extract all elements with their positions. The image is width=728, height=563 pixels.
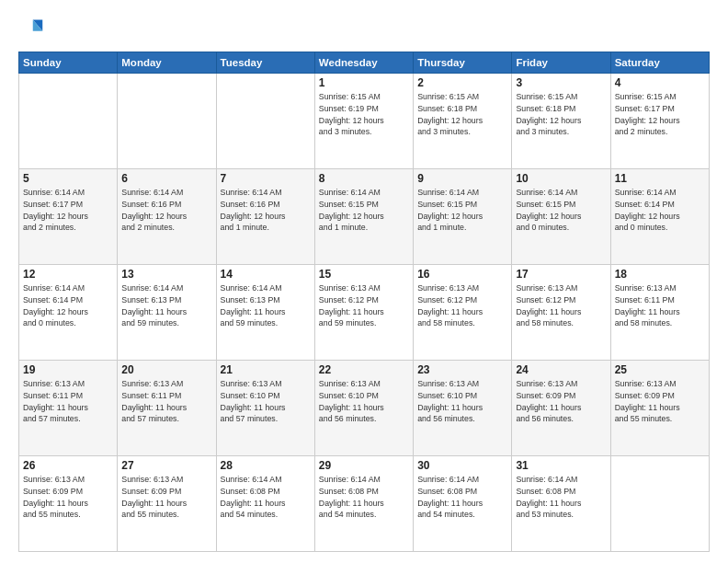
day-cell: 17Sunrise: 6:13 AMSunset: 6:12 PMDayligh… xyxy=(512,265,610,361)
day-cell: 12Sunrise: 6:14 AMSunset: 6:14 PMDayligh… xyxy=(19,265,118,361)
logo xyxy=(18,17,48,42)
day-info: Sunrise: 6:15 AMSunset: 6:19 PMDaylight:… xyxy=(319,91,409,138)
day-number: 29 xyxy=(319,459,409,472)
day-info: Sunrise: 6:14 AMSunset: 6:16 PMDaylight:… xyxy=(221,187,311,234)
day-info: Sunrise: 6:15 AMSunset: 6:18 PMDaylight:… xyxy=(417,91,507,138)
day-number: 18 xyxy=(615,268,705,281)
day-cell: 30Sunrise: 6:14 AMSunset: 6:08 PMDayligh… xyxy=(414,456,512,552)
weekday-header-friday: Friday xyxy=(512,52,610,74)
day-cell: 26Sunrise: 6:13 AMSunset: 6:09 PMDayligh… xyxy=(19,456,118,552)
day-number: 17 xyxy=(516,268,606,281)
day-info: Sunrise: 6:13 AMSunset: 6:12 PMDaylight:… xyxy=(417,282,507,329)
day-number: 24 xyxy=(516,363,606,376)
day-info: Sunrise: 6:14 AMSunset: 6:08 PMDaylight:… xyxy=(221,474,311,521)
day-info: Sunrise: 6:13 AMSunset: 6:10 PMDaylight:… xyxy=(319,378,409,425)
day-number: 21 xyxy=(221,363,311,376)
weekday-header-wednesday: Wednesday xyxy=(314,52,413,74)
day-cell: 29Sunrise: 6:14 AMSunset: 6:08 PMDayligh… xyxy=(314,456,413,552)
day-number: 15 xyxy=(319,268,409,281)
day-info: Sunrise: 6:14 AMSunset: 6:14 PMDaylight:… xyxy=(615,187,705,234)
day-info: Sunrise: 6:14 AMSunset: 6:14 PMDaylight:… xyxy=(23,282,113,329)
day-number: 16 xyxy=(417,268,507,281)
day-info: Sunrise: 6:14 AMSunset: 6:13 PMDaylight:… xyxy=(121,282,211,329)
day-info: Sunrise: 6:15 AMSunset: 6:18 PMDaylight:… xyxy=(516,91,606,138)
day-cell: 3Sunrise: 6:15 AMSunset: 6:18 PMDaylight… xyxy=(512,74,610,169)
day-cell: 31Sunrise: 6:14 AMSunset: 6:08 PMDayligh… xyxy=(512,456,610,552)
day-info: Sunrise: 6:13 AMSunset: 6:11 PMDaylight:… xyxy=(23,378,113,425)
day-number: 11 xyxy=(615,172,705,185)
day-info: Sunrise: 6:15 AMSunset: 6:17 PMDaylight:… xyxy=(615,91,705,138)
day-cell: 14Sunrise: 6:14 AMSunset: 6:13 PMDayligh… xyxy=(216,265,314,361)
day-number: 31 xyxy=(516,459,606,472)
day-number: 30 xyxy=(417,459,507,472)
day-info: Sunrise: 6:13 AMSunset: 6:09 PMDaylight:… xyxy=(23,474,113,521)
day-info: Sunrise: 6:13 AMSunset: 6:09 PMDaylight:… xyxy=(121,474,211,521)
day-cell: 1Sunrise: 6:15 AMSunset: 6:19 PMDaylight… xyxy=(314,74,413,169)
day-info: Sunrise: 6:13 AMSunset: 6:11 PMDaylight:… xyxy=(121,378,211,425)
day-cell xyxy=(19,74,118,169)
day-cell: 18Sunrise: 6:13 AMSunset: 6:11 PMDayligh… xyxy=(610,265,709,361)
day-number: 3 xyxy=(516,76,606,89)
day-number: 14 xyxy=(221,268,311,281)
day-cell: 7Sunrise: 6:14 AMSunset: 6:16 PMDaylight… xyxy=(216,169,314,265)
day-cell: 21Sunrise: 6:13 AMSunset: 6:10 PMDayligh… xyxy=(216,361,314,456)
day-info: Sunrise: 6:13 AMSunset: 6:12 PMDaylight:… xyxy=(516,282,606,329)
day-info: Sunrise: 6:14 AMSunset: 6:15 PMDaylight:… xyxy=(319,187,409,234)
day-number: 22 xyxy=(319,363,409,376)
day-cell: 5Sunrise: 6:14 AMSunset: 6:17 PMDaylight… xyxy=(19,169,118,265)
day-number: 5 xyxy=(23,172,113,185)
day-info: Sunrise: 6:13 AMSunset: 6:09 PMDaylight:… xyxy=(615,378,705,425)
day-cell: 15Sunrise: 6:13 AMSunset: 6:12 PMDayligh… xyxy=(314,265,413,361)
day-cell: 13Sunrise: 6:14 AMSunset: 6:13 PMDayligh… xyxy=(118,265,216,361)
week-row-3: 12Sunrise: 6:14 AMSunset: 6:14 PMDayligh… xyxy=(19,265,710,361)
day-cell: 20Sunrise: 6:13 AMSunset: 6:11 PMDayligh… xyxy=(118,361,216,456)
day-cell: 22Sunrise: 6:13 AMSunset: 6:10 PMDayligh… xyxy=(314,361,413,456)
day-number: 2 xyxy=(417,76,507,89)
day-cell: 2Sunrise: 6:15 AMSunset: 6:18 PMDaylight… xyxy=(414,74,512,169)
day-info: Sunrise: 6:14 AMSunset: 6:17 PMDaylight:… xyxy=(23,187,113,234)
day-cell: 8Sunrise: 6:14 AMSunset: 6:15 PMDaylight… xyxy=(314,169,413,265)
day-cell: 4Sunrise: 6:15 AMSunset: 6:17 PMDaylight… xyxy=(610,74,709,169)
day-number: 8 xyxy=(319,172,409,185)
day-cell: 25Sunrise: 6:13 AMSunset: 6:09 PMDayligh… xyxy=(610,361,709,456)
day-info: Sunrise: 6:14 AMSunset: 6:08 PMDaylight:… xyxy=(319,474,409,521)
generalblue-icon xyxy=(18,17,44,42)
day-number: 26 xyxy=(23,459,113,472)
weekday-header-row: SundayMondayTuesdayWednesdayThursdayFrid… xyxy=(19,52,710,74)
day-number: 28 xyxy=(221,459,311,472)
page: SundayMondayTuesdayWednesdayThursdayFrid… xyxy=(0,0,728,563)
day-info: Sunrise: 6:14 AMSunset: 6:08 PMDaylight:… xyxy=(417,474,507,521)
day-number: 6 xyxy=(121,172,211,185)
day-info: Sunrise: 6:13 AMSunset: 6:09 PMDaylight:… xyxy=(516,378,606,425)
day-cell: 23Sunrise: 6:13 AMSunset: 6:10 PMDayligh… xyxy=(414,361,512,456)
week-row-5: 26Sunrise: 6:13 AMSunset: 6:09 PMDayligh… xyxy=(19,456,710,552)
weekday-header-tuesday: Tuesday xyxy=(216,52,314,74)
week-row-4: 19Sunrise: 6:13 AMSunset: 6:11 PMDayligh… xyxy=(19,361,710,456)
day-info: Sunrise: 6:13 AMSunset: 6:10 PMDaylight:… xyxy=(221,378,311,425)
weekday-header-thursday: Thursday xyxy=(414,52,512,74)
day-cell xyxy=(118,74,216,169)
day-info: Sunrise: 6:13 AMSunset: 6:11 PMDaylight:… xyxy=(615,282,705,329)
day-number: 19 xyxy=(23,363,113,376)
day-number: 9 xyxy=(417,172,507,185)
day-cell: 9Sunrise: 6:14 AMSunset: 6:15 PMDaylight… xyxy=(414,169,512,265)
day-cell xyxy=(610,456,709,552)
day-number: 1 xyxy=(319,76,409,89)
day-info: Sunrise: 6:13 AMSunset: 6:10 PMDaylight:… xyxy=(417,378,507,425)
day-number: 4 xyxy=(615,76,705,89)
day-number: 27 xyxy=(121,459,211,472)
weekday-header-monday: Monday xyxy=(118,52,216,74)
day-info: Sunrise: 6:14 AMSunset: 6:16 PMDaylight:… xyxy=(121,187,211,234)
day-cell xyxy=(216,74,314,169)
day-number: 12 xyxy=(23,268,113,281)
day-number: 23 xyxy=(417,363,507,376)
calendar-table: SundayMondayTuesdayWednesdayThursdayFrid… xyxy=(18,52,710,552)
weekday-header-sunday: Sunday xyxy=(19,52,118,74)
day-number: 10 xyxy=(516,172,606,185)
weekday-header-saturday: Saturday xyxy=(610,52,709,74)
day-cell: 24Sunrise: 6:13 AMSunset: 6:09 PMDayligh… xyxy=(512,361,610,456)
week-row-2: 5Sunrise: 6:14 AMSunset: 6:17 PMDaylight… xyxy=(19,169,710,265)
day-cell: 11Sunrise: 6:14 AMSunset: 6:14 PMDayligh… xyxy=(610,169,709,265)
header xyxy=(18,17,710,42)
day-info: Sunrise: 6:14 AMSunset: 6:15 PMDaylight:… xyxy=(417,187,507,234)
